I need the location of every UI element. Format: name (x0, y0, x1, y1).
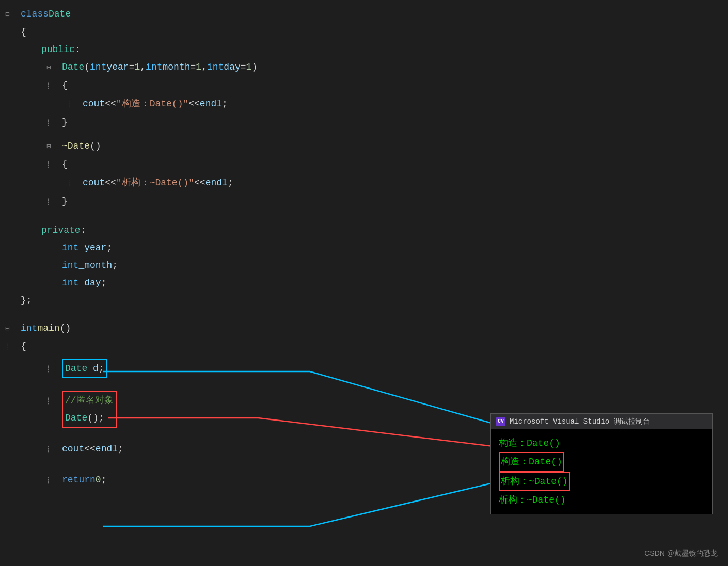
console-titlebar: CV Microsoft Visual Studio 调试控制台 (491, 414, 712, 429)
line-empty-1 (0, 132, 728, 137)
keyword-class: class (21, 5, 49, 23)
line-public: public: (0, 41, 728, 58)
line-open-brace: { (0, 23, 728, 41)
line-date-d: ┊ Date d; (0, 356, 728, 378)
line-destructor: ⊟ ~Date() (0, 137, 728, 155)
line-empty-2 (0, 211, 728, 221)
line-constructor-close: ┊ } (0, 114, 728, 132)
class-name-date: Date (49, 5, 71, 23)
console-window: CV Microsoft Visual Studio 调试控制台 构造：Date… (490, 413, 713, 514)
date-d-highlight: Date d; (62, 359, 107, 378)
collapse-icon-class[interactable]: ⊟ (5, 6, 15, 23)
line-destructor-open: ┊ { (0, 155, 728, 174)
line-class-end: }; (0, 292, 728, 309)
line-main: ⊟ int main() (0, 319, 728, 337)
console-title: Microsoft Visual Studio 调试控制台 (510, 417, 650, 426)
line-destructor-close: ┊ } (0, 192, 728, 211)
line-empty-3 (0, 309, 728, 319)
console-line-3-highlight: 析构：~Date() (499, 472, 570, 491)
line-day-field: int _day; (0, 274, 728, 292)
line-year-field: int _year; (0, 239, 728, 256)
collapse-icon-destructor[interactable]: ⊟ (46, 138, 57, 155)
line-constructor-body: ┊ cout << "构造：Date()" << endl; (0, 95, 728, 114)
line-main-open: ┊ { (0, 337, 728, 356)
collapse-icon-constructor[interactable]: ⊟ (46, 59, 57, 76)
line-constructor-open: ┊ { (0, 76, 728, 95)
line-month-field: int _month; (0, 256, 728, 274)
console-line-3-wrapper: 析构：~Date() (499, 472, 704, 491)
line-empty-4 (0, 378, 728, 391)
console-line-2-highlight: 构造：Date() (499, 452, 564, 472)
watermark: CSDN @戴墨镜的恐龙 (644, 549, 718, 558)
console-line-1: 构造：Date() (499, 434, 704, 452)
console-body: 构造：Date() 构造：Date() 析构：~Date() 析构：~Date(… (491, 429, 712, 514)
console-line-4: 析构：~Date() (499, 491, 704, 509)
vs-icon: CV (496, 417, 505, 426)
line-class-date: ⊟ class Date (0, 5, 728, 23)
line-destructor-body: ┊ cout<<"析构：~Date()" << endl; (0, 174, 728, 192)
line-constructor: ⊟ Date(int year = 1, int month = 1, int … (0, 58, 728, 76)
console-line-2-wrapper: 构造：Date() (499, 452, 704, 472)
line-private: private: (0, 221, 728, 239)
anon-highlight: //匿名对象 Date(); (62, 391, 117, 428)
collapse-icon-main[interactable]: ⊟ (5, 320, 15, 337)
code-editor: ⊟ class Date { public: ⊟ Date(int year =… (0, 0, 728, 566)
